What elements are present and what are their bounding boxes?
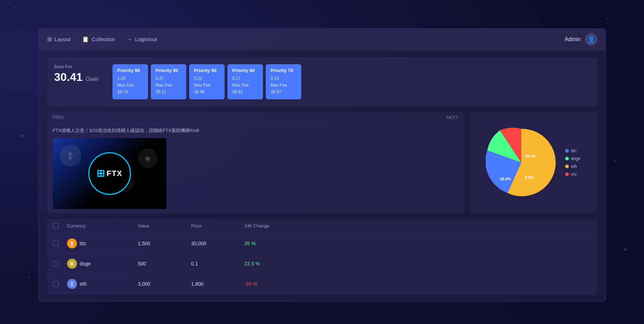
collection-label: Collection — [92, 36, 115, 42]
content: Base Fee 30.41 Gwei Priority 99 1.00Max … — [39, 50, 606, 301]
currency-cell-0: ₿ btc — [67, 238, 138, 248]
change-cell-2: -20 % — [244, 281, 315, 287]
main-container: ⊞ Layout 📋 Collection → Login/out Admin … — [38, 28, 606, 302]
base-fee-box: Base Fee 30.41 Gwei — [54, 64, 104, 84]
navbar-left: ⊞ Layout 📋 Collection → Login/out — [47, 34, 565, 45]
news-body: FTX債權人注意！3/31前沒收到債權人確認信，請聯絡FTX索賠機構Kroll … — [47, 123, 464, 213]
legend-item-btc: btc — [565, 148, 580, 153]
priority-detail-p90: 0.22Max Fee38.96 — [194, 75, 220, 96]
doge-percent-label: 9.8% — [525, 175, 534, 180]
legend-item-eth: eth — [565, 164, 580, 169]
legend-label-doge: doge — [571, 156, 580, 161]
value-header: Value — [138, 223, 191, 229]
pie-chart: 29.4% 58.8% 9.8% — [486, 127, 557, 198]
doge-coin-icon: Ð — [67, 259, 77, 269]
value-cell-0: 1,500 — [138, 241, 191, 246]
row-checkbox-input-1[interactable] — [53, 261, 59, 267]
price-header: Price — [191, 223, 244, 229]
change-cell-0: 35 % — [244, 241, 315, 246]
news-chart-section: PREV NEXT FTX債權人注意！3/31前沒收到債權人確認信，請聯絡FTX… — [47, 112, 597, 213]
priority-title-p70: Priority 70 — [271, 68, 296, 73]
base-fee-value: 30.41 — [54, 71, 83, 83]
gas-section: Base Fee 30.41 Gwei Priority 99 1.00Max … — [47, 57, 597, 106]
currency-cell-2: Ξ eth — [67, 279, 138, 289]
priority-title-p80: Priority 80 — [232, 68, 258, 73]
priority-card-p70[interactable]: Priority 70 0.13Max Fee38.87 — [266, 64, 301, 99]
collection-icon: 📋 — [82, 36, 89, 43]
base-fee-unit: Gwei — [86, 76, 98, 82]
priority-cards: Priority 99 1.00Max Fee39.74 Priority 95… — [112, 64, 301, 99]
row-checkbox-0 — [53, 241, 67, 246]
ftx-logo: ⊞ FTX — [88, 152, 131, 195]
chart-section: 29.4% 58.8% 9.8% btc doge eth crv — [469, 112, 597, 213]
price-cell-2: 1,800 — [191, 281, 244, 287]
priority-card-p90[interactable]: Priority 90 0.22Max Fee38.96 — [189, 64, 225, 99]
base-fee-label: Base Fee — [54, 64, 104, 69]
eth-coin-icon: Ξ — [67, 279, 77, 289]
price-cell-1: 0.1 — [191, 261, 244, 267]
header-checkbox-col — [53, 223, 67, 229]
admin-label: Admin — [565, 36, 580, 43]
btc-coin-icon: ₿ — [67, 238, 77, 248]
table-row: Ð doge 500 0.1 22.5 % — [47, 254, 597, 274]
news-image: ₿ Ξ ◈ ⊞ FTX — [53, 138, 166, 209]
currency-name-2: eth — [80, 281, 87, 287]
layout-label: Layout — [55, 36, 71, 42]
priority-card-p80[interactable]: Priority 80 0.17Max Fee38.91 — [227, 64, 263, 99]
nav-collection[interactable]: 📋 Collection — [82, 34, 115, 45]
eth-percent-label: 58.8% — [500, 177, 511, 181]
prev-button[interactable]: PREV — [53, 115, 65, 120]
priority-card-p95[interactable]: Priority 95 0.37Max Fee39.11 — [151, 64, 186, 99]
change-cell-1: 22.5 % — [244, 261, 315, 267]
base-fee-value-row: 30.41 Gwei — [54, 71, 104, 84]
select-all-checkbox[interactable] — [53, 223, 59, 229]
currency-cell-1: Ð doge — [67, 259, 138, 269]
currency-header: Currency — [67, 223, 138, 229]
change-header: 24h Change — [244, 223, 315, 229]
legend-label-eth: eth — [571, 164, 577, 169]
legend-label-crv: crv — [571, 172, 577, 177]
row-checkbox-input-0[interactable] — [53, 241, 59, 246]
news-section: PREV NEXT FTX債權人注意！3/31前沒收到債權人確認信，請聯絡FTX… — [47, 112, 464, 213]
legend-dot-doge — [565, 157, 569, 160]
legend-item-crv: crv — [565, 172, 580, 177]
value-cell-1: 500 — [138, 261, 191, 267]
navbar-right: Admin 👤 — [565, 33, 597, 45]
btc-percent-label: 29.4% — [525, 154, 536, 158]
table-body: ₿ btc 1,500 30,000 35 % Ð doge 500 0.1 2… — [47, 234, 597, 294]
row-checkbox-input-2[interactable] — [53, 281, 59, 287]
priority-detail-p99: 1.00Max Fee39.74 — [117, 75, 143, 96]
priority-detail-p80: 0.17Max Fee38.91 — [232, 75, 258, 96]
priority-title-p90: Priority 90 — [194, 68, 220, 73]
chart-legend: btc doge eth crv — [565, 148, 580, 177]
currency-name-0: btc — [80, 241, 87, 246]
login-label: Login/out — [135, 36, 157, 42]
legend-dot-eth — [565, 165, 569, 168]
legend-dot-btc — [565, 149, 569, 153]
priority-detail-p70: 0.13Max Fee38.87 — [271, 75, 296, 96]
currency-name-1: doge — [80, 261, 91, 267]
legend-dot-crv — [565, 172, 569, 176]
nav-login[interactable]: → Login/out — [126, 34, 157, 45]
legend-item-doge: doge — [565, 156, 580, 161]
news-nav: PREV NEXT — [47, 112, 464, 123]
navbar: ⊞ Layout 📋 Collection → Login/out Admin … — [39, 29, 606, 50]
layout-icon: ⊞ — [47, 36, 52, 43]
admin-avatar[interactable]: 👤 — [585, 33, 597, 45]
price-cell-0: 30,000 — [191, 241, 244, 246]
table-section: Currency Value Price 24h Change ₿ btc 1,… — [47, 219, 597, 294]
table-header: Currency Value Price 24h Change — [47, 219, 597, 234]
news-headline: FTX債權人注意！3/31前沒收到債權人確認信，請聯絡FTX索賠機構Kroll — [53, 127, 458, 134]
next-button[interactable]: NEXT — [446, 115, 458, 120]
table-row: Ξ eth 3,000 1,800 -20 % — [47, 274, 597, 294]
priority-card-p99[interactable]: Priority 99 1.00Max Fee39.74 — [112, 64, 148, 99]
table-row: ₿ btc 1,500 30,000 35 % — [47, 234, 597, 254]
extra-header — [315, 223, 591, 229]
priority-title-p95: Priority 95 — [156, 68, 181, 73]
nav-layout[interactable]: ⊞ Layout — [47, 34, 71, 45]
legend-label-btc: btc — [571, 148, 577, 153]
priority-detail-p95: 0.37Max Fee39.11 — [156, 75, 181, 96]
row-checkbox-2 — [53, 281, 67, 287]
priority-title-p99: Priority 99 — [117, 68, 143, 73]
value-cell-2: 3,000 — [138, 281, 191, 287]
